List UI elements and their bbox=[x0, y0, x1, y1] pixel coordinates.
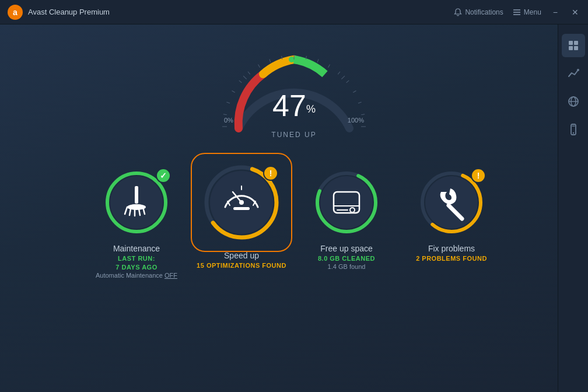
sidebar-globe-icon[interactable] bbox=[562, 90, 585, 113]
sidebar-grid-icon[interactable] bbox=[562, 34, 585, 57]
gauge-percent: % bbox=[306, 103, 316, 115]
notifications-button[interactable]: Notifications bbox=[454, 8, 503, 16]
fixproblems-label: Fix problems bbox=[428, 244, 475, 253]
maintenance-circle: ✓ bbox=[104, 170, 169, 235]
gauge-container: 0% 100% 47% TUNED UP bbox=[218, 42, 370, 147]
fixproblems-card[interactable]: ! Fix problems 2 PROBLEMS FOUND bbox=[405, 170, 498, 262]
svg-line-13 bbox=[258, 64, 260, 67]
svg-line-20 bbox=[338, 72, 340, 75]
svg-line-19 bbox=[328, 64, 330, 67]
fixproblems-sublabel: 2 PROBLEMS FOUND bbox=[416, 255, 487, 262]
svg-line-8 bbox=[226, 102, 230, 103]
speedup-badge: ! bbox=[263, 166, 278, 181]
menu-button[interactable]: Menu bbox=[513, 8, 541, 16]
svg-line-7 bbox=[223, 114, 227, 115]
svg-point-64 bbox=[572, 132, 573, 134]
menu-icon bbox=[513, 8, 521, 16]
minimize-button[interactable]: − bbox=[551, 8, 560, 17]
title-bar: a Avast Cleanup Premium Notifications Me… bbox=[0, 0, 588, 24]
svg-rect-56 bbox=[574, 41, 578, 45]
svg-line-14 bbox=[270, 59, 271, 62]
gauge-label: TUNED UP bbox=[271, 131, 316, 139]
svg-line-18 bbox=[317, 59, 318, 62]
fixproblems-badge: ! bbox=[471, 168, 486, 183]
svg-rect-44 bbox=[233, 207, 250, 210]
svg-line-11 bbox=[243, 76, 247, 79]
speedup-card[interactable]: ! Speed up 15 OPTIMIZATIONS FOUND bbox=[195, 164, 288, 269]
gauge-number: 47 bbox=[272, 89, 306, 123]
avast-logo: a bbox=[7, 4, 23, 20]
maintenance-sublabel2: 7 DAYS AGO bbox=[116, 264, 157, 271]
svg-rect-29 bbox=[135, 186, 138, 204]
speedup-label: Speed up bbox=[224, 251, 259, 260]
svg-line-10 bbox=[239, 80, 242, 83]
cards-row: ✓ Maintenance LAST RUN: 7 DAYS AGO Autom… bbox=[90, 170, 498, 279]
speedup-sublabel: 15 OPTIMIZATIONS FOUND bbox=[197, 262, 286, 269]
maintenance-label: Maintenance bbox=[113, 244, 160, 253]
gauge-left-label: 0% bbox=[224, 117, 233, 124]
maintenance-badge: ✓ bbox=[156, 168, 171, 183]
maintenance-sublabel: LAST RUN: bbox=[118, 255, 155, 262]
svg-point-43 bbox=[239, 200, 244, 205]
title-left: a Avast Cleanup Premium bbox=[7, 4, 110, 20]
freespace-svg bbox=[314, 170, 379, 235]
side-panel bbox=[558, 24, 588, 392]
maintenance-extra: Automatic Maintenance OFF bbox=[96, 272, 177, 279]
svg-text:a: a bbox=[13, 8, 18, 17]
freespace-sublabel: 8.0 GB CLEANED bbox=[318, 255, 375, 262]
freespace-extra: 1.4 GB found bbox=[328, 263, 366, 270]
svg-line-21 bbox=[341, 76, 345, 79]
svg-line-9 bbox=[232, 91, 235, 93]
svg-line-22 bbox=[346, 80, 349, 83]
freespace-circle bbox=[314, 170, 379, 235]
svg-rect-57 bbox=[569, 46, 573, 50]
main-area: 0% 100% 47% TUNED UP bbox=[0, 24, 588, 392]
svg-line-23 bbox=[353, 91, 356, 93]
svg-line-24 bbox=[358, 102, 362, 103]
speedup-circle: ! bbox=[204, 164, 279, 240]
svg-line-25 bbox=[361, 114, 365, 115]
svg-line-12 bbox=[248, 72, 250, 75]
sidebar-chart-icon[interactable] bbox=[562, 62, 585, 85]
maintenance-link[interactable]: OFF bbox=[164, 272, 177, 279]
app-title: Avast Cleanup Premium bbox=[28, 8, 110, 16]
content-area: 0% 100% 47% TUNED UP bbox=[0, 24, 588, 392]
freespace-label: Free up space bbox=[320, 244, 373, 253]
bell-icon bbox=[454, 8, 462, 16]
freespace-card[interactable]: Free up space 8.0 GB CLEANED 1.4 GB foun… bbox=[300, 170, 393, 270]
title-right: Notifications Menu − ✕ bbox=[454, 8, 581, 17]
maintenance-card[interactable]: ✓ Maintenance LAST RUN: 7 DAYS AGO Autom… bbox=[90, 170, 183, 279]
sidebar-phone-icon[interactable] bbox=[562, 118, 585, 141]
gauge-right-label: 100% bbox=[348, 117, 364, 124]
close-button[interactable]: ✕ bbox=[569, 8, 581, 17]
svg-point-45 bbox=[320, 176, 373, 229]
fixproblems-circle: ! bbox=[419, 170, 484, 235]
gauge-value: 47% bbox=[272, 90, 316, 121]
svg-point-59 bbox=[577, 69, 579, 71]
svg-rect-55 bbox=[569, 41, 573, 45]
svg-rect-58 bbox=[574, 46, 578, 50]
